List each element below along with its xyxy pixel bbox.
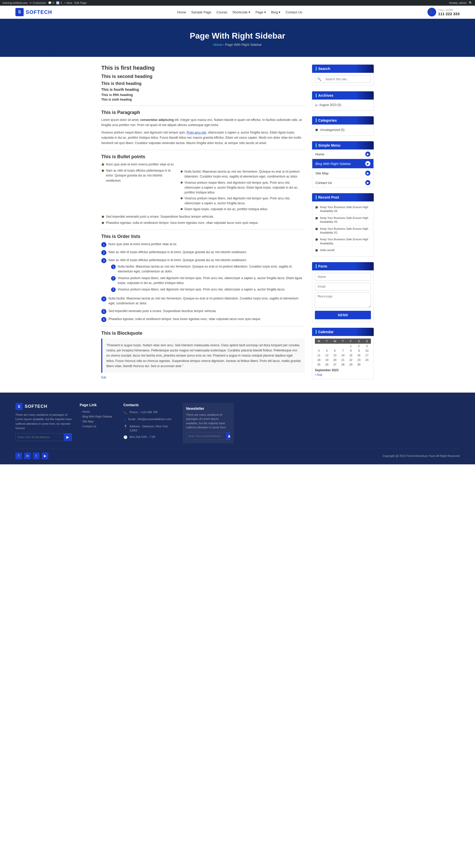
recent-post-5-link[interactable]: Hello world!	[320, 248, 335, 252]
bullet-item-3: Sed imperdiet venenatis justo a ornare. …	[101, 214, 305, 219]
send-button[interactable]: SEND	[315, 311, 371, 319]
search-widget-title: Search	[312, 65, 374, 73]
menu-arrow-contact: ▶	[365, 180, 370, 185]
social-instagram[interactable]: in	[24, 453, 31, 459]
bullet-list: Nunc quis ante et enim viverra porttitor…	[101, 162, 305, 225]
admin-edit-page[interactable]: Edit Page	[74, 1, 87, 4]
archive-item[interactable]: August 2023 (5)	[315, 102, 371, 108]
calendar-widget-body: M T W T F S S 123	[312, 336, 374, 379]
footer-email-text: Email : info@youremailidhere.com	[128, 417, 171, 422]
nested-order-item-2: 2 Vivamus pretium neque libero, sed dign…	[111, 276, 305, 285]
footer-address: 📍 Address : Delanson, New York, 12053	[123, 424, 175, 433]
search-input[interactable]	[324, 76, 371, 83]
footer-link-home[interactable]: Home	[80, 410, 116, 413]
menu-item-contact[interactable]: Contact Us ▶	[312, 178, 373, 187]
menu-item-sitemap[interactable]: Site Map ▶	[312, 168, 373, 178]
order-text-3: Nam ac nibh id turpis efficitur pellente…	[108, 258, 247, 262]
nested-order-text-3: Vivamus pretium neque libero, sed dignis…	[118, 287, 285, 292]
calendar-prev-month[interactable]: « Aug	[315, 373, 322, 376]
nav-sample-page[interactable]: Sample Page	[191, 10, 211, 14]
admin-bar-left: training-institute-pro ✏ Customize 💬 0 🔄…	[3, 1, 87, 5]
divider-2	[101, 150, 305, 150]
nested-bullet-4: Etiam ligula turpis, vulputate in dui ac…	[180, 207, 305, 212]
order-text-6: Phasellus egestas, nulla et vestibulum t…	[108, 317, 261, 321]
admin-customize[interactable]: ✏ Customize	[30, 1, 46, 5]
cal-day-w: W	[331, 339, 339, 344]
nav-home[interactable]: Home	[177, 10, 186, 14]
menu-arrow-home: ▶	[365, 152, 370, 157]
logo-wrap: S SOFTECH	[15, 8, 52, 16]
category-item[interactable]: Uncategorized (5)	[315, 127, 371, 133]
nested-bullet-list: Nulla facilisi. Maecenas lacinia ac nisl…	[175, 169, 305, 213]
recent-post-1-link[interactable]: Keep Your Business Safe Ensure High Avai…	[320, 205, 371, 213]
heading-2: This is second heading	[101, 74, 305, 79]
admin-new[interactable]: + New	[64, 1, 72, 4]
cal-row-5: 25262728 2930	[315, 362, 371, 367]
heading-1: This is first heading	[101, 65, 305, 71]
footer-email-btn[interactable]: ▶	[64, 433, 72, 441]
heading-5: This is fifth heading	[101, 93, 305, 97]
nested-bullet-3: Vivamus pretium neque libero, sed dignis…	[180, 196, 305, 206]
nav-shortcode[interactable]: Shortcode ▾	[232, 10, 250, 14]
para-link[interactable]: Proin arcu nisi	[186, 131, 206, 134]
order-heading: This is Order lists	[101, 234, 305, 239]
newsletter-email-btn[interactable]: ▶	[226, 432, 230, 440]
form-name-input[interactable]	[315, 273, 371, 281]
footer-email-input[interactable]	[16, 434, 64, 440]
form-email-input[interactable]	[315, 283, 371, 290]
social-twitter[interactable]: t	[33, 453, 40, 459]
form-message-input[interactable]	[315, 292, 371, 308]
order-num-1: 1	[101, 242, 106, 247]
footer-page-links-title: Page Link	[80, 403, 116, 407]
paragraph-heading: This is Paragraph	[101, 110, 305, 115]
admin-bar-right: Howdy, admin 🔍	[449, 1, 472, 5]
order-num-3: 3	[101, 258, 106, 263]
order-item-5: 5 Sed imperdiet venenatis justo a ornare…	[101, 309, 305, 314]
admin-comments[interactable]: 💬 0	[48, 1, 54, 5]
bullet-section: This is Bullet points Nunc quis ante et …	[101, 154, 305, 225]
phone-icon: 📞	[428, 8, 436, 17]
bullet-heading: This is Bullet points	[101, 154, 305, 159]
menu-item-blog[interactable]: Blog With Right Sidebar ▶	[312, 159, 373, 168]
nav-blog[interactable]: Blog ▾	[271, 10, 281, 14]
search-form: 🔍	[315, 75, 371, 83]
footer-newsletter-col: Newsletter There are many variations of …	[182, 403, 234, 443]
recent-post-4-link[interactable]: Keep Your Business Safe Ensure High Avai…	[320, 238, 371, 245]
paragraph-section: This is Paragraph Lorem ipsum dolor sit …	[101, 110, 305, 146]
social-facebook[interactable]: f	[15, 453, 22, 459]
admin-updates[interactable]: 🔄 4	[56, 1, 62, 5]
social-youtube[interactable]: ▶	[42, 453, 48, 459]
newsletter-title: Newsletter	[186, 406, 230, 411]
admin-site-link[interactable]: training-institute-pro	[3, 1, 28, 4]
recent-post-widget: Recent Post Keep Your Business Safe Ensu…	[312, 193, 374, 256]
blockquote-section: This is Blockquote "Praesent in augue tu…	[101, 331, 305, 373]
recent-post-3-link[interactable]: Keep Your Business Safe Ensure High Avai…	[320, 227, 371, 235]
heading-4: This is fourth heading	[101, 88, 305, 92]
newsletter-email-input[interactable]	[186, 433, 226, 439]
order-num-2: 2	[101, 250, 106, 255]
recent-post-2-link[interactable]: Keep Your Business Safe Ensure High Avai…	[320, 216, 371, 224]
newsletter-desc: There are many variations of passages of…	[186, 413, 230, 430]
simple-menu-body: Home ▶ Blog With Right Sidebar ▶ Site Ma…	[312, 150, 374, 188]
nav-course[interactable]: Course	[216, 10, 227, 14]
edit-link[interactable]: Edit	[101, 376, 106, 379]
order-num-4: 4	[101, 297, 106, 302]
menu-arrow-blog: ▶	[365, 161, 370, 166]
nav-contact-us[interactable]: Contact Us	[286, 10, 302, 14]
cal-day-m: M	[315, 339, 323, 344]
menu-item-home[interactable]: Home ▶	[312, 150, 373, 159]
order-text-2: Nam ac nibh id turpis efficitur pellente…	[108, 250, 247, 255]
categories-widget: Categories Uncategorized (5)	[312, 116, 374, 135]
footer-link-blog[interactable]: Blog With Right Sidebar	[80, 415, 116, 418]
admin-howdy: Howdy, admin	[449, 1, 467, 4]
footer-link-contact[interactable]: Contact Us	[80, 425, 116, 428]
nav-page[interactable]: Page ▾	[256, 10, 266, 14]
bullet-item-1: Nunc quis ante et enim viverra porttitor…	[101, 162, 305, 167]
search-widget: Search 🔍	[312, 65, 374, 86]
admin-search-icon[interactable]: 🔍	[469, 1, 472, 5]
footer-logo-text: SOFTECH	[25, 404, 47, 409]
footer-link-sitemap[interactable]: Site Map	[80, 420, 116, 423]
main-nav: Home Sample Page Course Shortcode ▾ Page…	[177, 10, 302, 14]
footer-about-col: S SOFTECH There are many variations of p…	[15, 403, 72, 443]
breadcrumb-home[interactable]: Home	[213, 43, 222, 46]
